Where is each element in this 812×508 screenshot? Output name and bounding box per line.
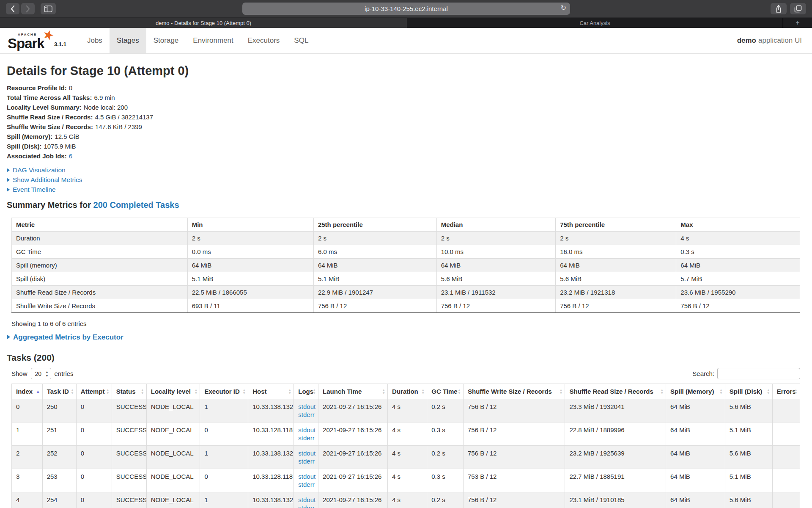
column-header-launch-time[interactable]: Launch Time▲▼ (318, 384, 388, 399)
logs-cell: stdoutstderr (294, 422, 318, 446)
tab-demo-stage-details[interactable]: demo - Details for Stage 10 (Attempt 0) (0, 18, 407, 28)
column-header-spill-memory[interactable]: Spill (Memory)▲▼ (666, 384, 725, 399)
stderr-link[interactable]: stderr (298, 434, 314, 442)
75th-percentile-cell: 16.0 ms (556, 245, 676, 259)
table-row: 32530SUCCESSNODE_LOCAL010.33.128.118stdo… (12, 469, 800, 492)
search-input[interactable] (717, 368, 800, 379)
25th-percentile-cell: 5.1 MiB (313, 272, 436, 286)
sidebar-toggle-button[interactable] (41, 3, 56, 14)
metric-cell: Spill (disk) (12, 272, 188, 286)
tabs-overview-button[interactable] (790, 3, 806, 14)
reload-icon[interactable]: ↻ (561, 4, 566, 12)
shuffle-read-size-records-cell: 22.8 MiB / 1889996 (565, 422, 666, 446)
back-button[interactable] (6, 3, 19, 14)
errors-cell (772, 446, 800, 469)
column-header-spill-disk[interactable]: Spill (Disk)▲▼ (725, 384, 772, 399)
shuffle-write-size-records-cell: 756 B / 12 (464, 446, 565, 469)
min-cell: 22.5 MiB / 1866055 (187, 286, 313, 299)
completed-tasks-link[interactable]: 200 Completed Tasks (93, 200, 179, 210)
column-header-locality-level[interactable]: Locality level▲▼ (146, 384, 200, 399)
gc-time-cell: 0.2 s (427, 492, 464, 508)
index-cell: 3 (12, 469, 43, 492)
stdout-link[interactable]: stdout (298, 496, 314, 504)
attempt-cell: 0 (76, 446, 112, 469)
spill-memory-cell: 64 MiB (666, 492, 725, 508)
nav-item-environment[interactable]: Environment (186, 28, 240, 53)
locality-level-cell: NODE_LOCAL (146, 469, 200, 492)
column-header-host[interactable]: Host▲▼ (248, 384, 294, 399)
column-header-shuffle-write-size-records[interactable]: Shuffle Write Size / Records▲▼ (464, 384, 565, 399)
max-cell: 4 s (676, 232, 800, 245)
host-cell: 10.33.128.118 (248, 422, 294, 446)
stderr-link[interactable]: stderr (298, 480, 314, 489)
stderr-link[interactable]: stderr (298, 411, 314, 419)
show-additional-metrics-toggle[interactable]: Show Additional Metrics (7, 175, 805, 185)
25th-percentile-cell: 22.9 MiB / 1901247 (313, 286, 436, 299)
column-header-shuffle-read-size-records[interactable]: Shuffle Read Size / Records▲▼ (565, 384, 666, 399)
dag-visualization-toggle[interactable]: DAG Visualization (7, 165, 805, 175)
nav-item-jobs[interactable]: Jobs (80, 28, 110, 53)
locality-level-cell: NODE_LOCAL (146, 399, 200, 422)
tab-car-analysis[interactable]: Car Analysis (407, 18, 783, 28)
75th-percentile-cell: 756 B / 12 (556, 299, 676, 313)
host-cell: 10.33.138.132 (248, 446, 294, 469)
nav-item-storage[interactable]: Storage (146, 28, 186, 53)
aggregated-metrics-toggle[interactable]: Aggregated Metrics by Executor (7, 333, 805, 342)
sort-icon: ▲▼ (313, 389, 316, 395)
browser-tab-bar: demo - Details for Stage 10 (Attempt 0) … (0, 17, 812, 28)
nav-item-stages[interactable]: Stages (110, 28, 146, 53)
new-tab-button[interactable]: + (783, 18, 812, 28)
forward-button[interactable] (21, 3, 35, 14)
column-header-gc-time[interactable]: GC Time▲▼ (427, 384, 464, 399)
share-button[interactable] (771, 3, 787, 14)
column-header-status[interactable]: Status▲▼ (112, 384, 146, 399)
column-header-duration[interactable]: Duration▲▼ (388, 384, 427, 399)
column-header-executor-id[interactable]: Executor ID▲▼ (200, 384, 248, 399)
task-id-cell: 250 (42, 399, 76, 422)
spill-memory-cell: 64 MiB (666, 446, 725, 469)
nav-item-executors[interactable]: Executors (241, 28, 287, 53)
column-header-logs[interactable]: Logs▲▼ (294, 384, 318, 399)
median-cell: 23.1 MiB / 1911532 (436, 286, 555, 299)
spark-logo[interactable]: APACHE Spark ★ 3.1.1 (0, 28, 71, 53)
column-header-index[interactable]: Index▲▼ (12, 384, 43, 399)
stderr-link[interactable]: stderr (298, 457, 314, 465)
table-row: GC Time0.0 ms6.0 ms10.0 ms16.0 ms0.3 s (12, 245, 800, 259)
spill-disk-cell: 5.6 MiB (725, 492, 772, 508)
address-bar[interactable]: ip-10-33-140-255.ec2.internal ↻ (242, 3, 570, 15)
executor-id-cell: 0 (200, 469, 248, 492)
duration-cell: 4 s (388, 446, 427, 469)
task-id-cell: 253 (42, 469, 76, 492)
column-header-attempt[interactable]: Attempt▲▼ (76, 384, 112, 399)
column-header-task-id[interactable]: Task ID▲▼ (42, 384, 76, 399)
stderr-link[interactable]: stderr (298, 504, 314, 508)
event-timeline-toggle[interactable]: Event Timeline (7, 185, 805, 194)
sort-icon: ▲▼ (458, 389, 461, 395)
sort-icon: ▲▼ (560, 389, 563, 395)
stdout-link[interactable]: stdout (298, 449, 314, 457)
column-header-median: Median (436, 218, 555, 232)
sort-icon: ▲▼ (794, 389, 798, 395)
shuffle-read-size-records-cell: 22.7 MiB / 1885191 (565, 469, 666, 492)
gc-time-cell: 0.2 s (427, 446, 464, 469)
host-cell: 10.33.138.132 (248, 492, 294, 508)
table-row: Duration2 s2 s2 s2 s4 s (12, 232, 800, 245)
associated-job-id-link[interactable]: 6 (69, 152, 72, 160)
logs-cell: stdoutstderr (294, 469, 318, 492)
shuffle-write-size-records-cell: 753 B / 12 (464, 469, 565, 492)
shuffle-read-size-records-cell: 23.2 MiB / 1925639 (565, 446, 666, 469)
nav-item-sql[interactable]: SQL (287, 28, 315, 53)
page-size-select[interactable]: 20 ▲▼ (31, 368, 51, 379)
errors-cell (772, 469, 800, 492)
status-cell: SUCCESS (112, 399, 146, 422)
property-locality-summary: Locality Level Summary:Node local: 200 (7, 102, 805, 112)
sort-icon: ▲▼ (195, 389, 198, 395)
stdout-link[interactable]: stdout (298, 426, 314, 434)
stdout-link[interactable]: stdout (298, 403, 314, 411)
errors-cell (772, 492, 800, 508)
column-header-errors[interactable]: Errors▲▼ (772, 384, 800, 399)
task-id-cell: 254 (42, 492, 76, 508)
metric-cell: GC Time (12, 245, 188, 259)
chevron-left-icon (10, 5, 15, 13)
stdout-link[interactable]: stdout (298, 472, 314, 480)
